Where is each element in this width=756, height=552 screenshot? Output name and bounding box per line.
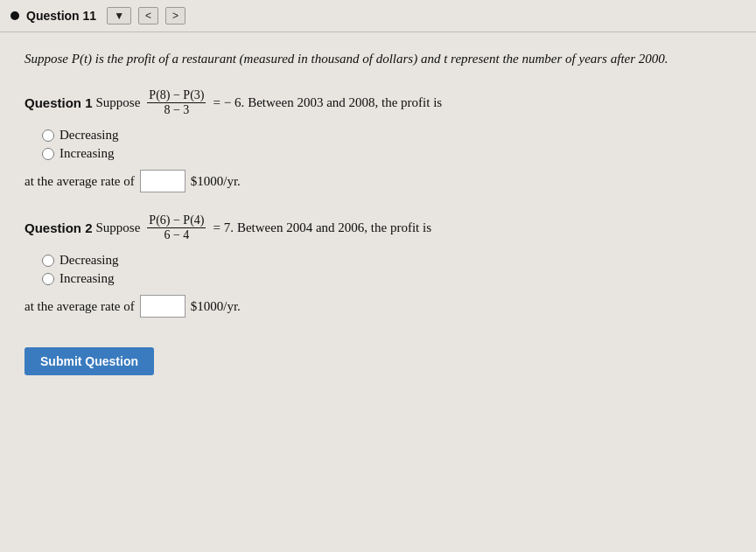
q1-description: Between 2003 and 2008, the profit is (248, 95, 442, 110)
question-title: Question 11 (26, 9, 96, 23)
q1-equation: = − 6. (213, 95, 244, 110)
nav-forward-button[interactable]: > (165, 7, 186, 24)
q1-increasing-label: Increasing (60, 146, 114, 161)
q2-option-decreasing[interactable]: Decreasing (42, 253, 732, 268)
q1-fraction: P(8) − P(3) 8 − 3 (147, 88, 206, 117)
q2-denominator: 6 − 4 (162, 228, 191, 242)
intro-paragraph: Suppose P(t) is the profit of a restaura… (24, 48, 732, 69)
q1-denominator: 8 − 3 (162, 103, 191, 117)
q1-label: Question 1 (24, 95, 93, 110)
q2-label: Question 2 (24, 220, 93, 235)
q1-rate-input[interactable] (140, 170, 186, 192)
q1-rate-unit: $1000/yr. (191, 174, 241, 189)
question-1-line: Question 1 Suppose P(8) − P(3) 8 − 3 = −… (24, 88, 732, 117)
q1-rate-label: at the average rate of (24, 174, 135, 189)
q1-radio-increasing[interactable] (42, 148, 54, 160)
content-area: Suppose P(t) is the profit of a restaura… (0, 32, 756, 400)
q1-suppose: Suppose (96, 95, 141, 110)
q2-numerator: P(6) − P(4) (147, 213, 206, 227)
q2-options: Decreasing Increasing (42, 253, 732, 286)
question-2-line: Question 2 Suppose P(6) − P(4) 6 − 4 = 7… (24, 213, 732, 242)
page-wrapper: Question 11 ▼ < > Suppose P(t) is the pr… (0, 0, 756, 552)
header-bar: Question 11 ▼ < > (0, 0, 756, 32)
q2-rate-unit: $1000/yr. (191, 299, 241, 314)
q2-rate-input[interactable] (140, 295, 186, 318)
q2-radio-increasing[interactable] (42, 273, 54, 285)
question-1-block: Question 1 Suppose P(8) − P(3) 8 − 3 = −… (24, 88, 732, 192)
question-dot (10, 11, 19, 20)
q2-radio-decreasing[interactable] (42, 255, 54, 267)
q1-option-decreasing[interactable]: Decreasing (42, 128, 732, 143)
q2-suppose: Suppose (96, 220, 141, 235)
q1-options: Decreasing Increasing (42, 128, 732, 161)
q2-increasing-label: Increasing (60, 271, 114, 286)
q2-fraction: P(6) − P(4) 6 − 4 (147, 213, 206, 242)
q1-numerator: P(8) − P(3) (147, 88, 206, 102)
nav-back-button[interactable]: < (138, 7, 158, 24)
submit-button[interactable]: Submit Question (24, 347, 154, 375)
q2-equation: = 7. (213, 220, 233, 235)
q2-option-increasing[interactable]: Increasing (42, 271, 732, 286)
q2-description: Between 2004 and 2006, the profit is (237, 220, 431, 235)
q1-rate-line: at the average rate of $1000/yr. (24, 170, 732, 192)
q2-rate-line: at the average rate of $1000/yr. (24, 295, 732, 318)
q2-decreasing-label: Decreasing (60, 253, 118, 268)
q2-rate-label: at the average rate of (24, 299, 135, 314)
q1-option-increasing[interactable]: Increasing (42, 146, 732, 161)
q1-radio-decreasing[interactable] (42, 129, 54, 142)
question-2-block: Question 2 Suppose P(6) − P(4) 6 − 4 = 7… (24, 213, 732, 318)
nav-dropdown-button[interactable]: ▼ (107, 7, 131, 24)
q1-decreasing-label: Decreasing (60, 128, 118, 143)
